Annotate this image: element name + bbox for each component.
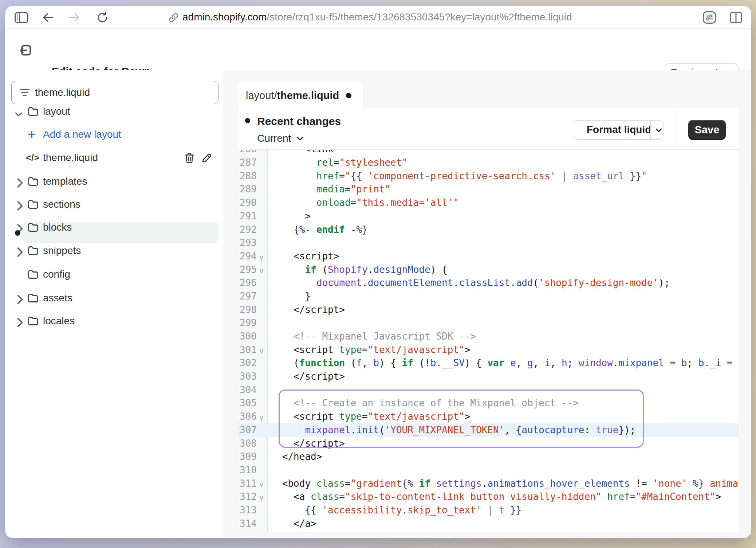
line-number: 291: [238, 210, 268, 223]
chevron-right-icon[interactable]: [16, 317, 24, 328]
sidebar-item-templates[interactable]: templates: [5, 171, 218, 192]
browser-settings-icon[interactable]: [703, 11, 716, 24]
reload-icon[interactable]: [97, 12, 109, 23]
url-path: /store/rzq1xu-f5/themes/132683530345?key…: [267, 11, 572, 23]
code-line-313[interactable]: 313 {{ 'accessibility.skip_to_text' | t …: [238, 504, 739, 517]
code-line-311[interactable]: 311∨ <body class="gradient{% if settings…: [238, 477, 739, 490]
code-line-286[interactable]: 286 <link: [238, 150, 739, 156]
code-line-287[interactable]: 287 rel="stylesheet": [238, 156, 739, 169]
code-text: <body class="gradient{% if settings.anim…: [268, 477, 739, 490]
line-number: 302: [238, 356, 268, 370]
line-number: 307: [238, 423, 268, 437]
code-line-300[interactable]: 300 <!-- Mixpanel Javascript SDK -->: [238, 330, 739, 343]
sidebar-item-theme-liquid[interactable]: </>theme.liquid: [5, 147, 218, 168]
sidebar-item-locales[interactable]: locales: [5, 310, 218, 332]
chevron-down-icon[interactable]: [15, 109, 23, 120]
folder-icon: [28, 316, 39, 326]
line-number: 288: [238, 169, 268, 183]
sidebar-item-layout[interactable]: layout: [5, 101, 218, 122]
sidebar-item-assets[interactable]: assets: [5, 287, 218, 309]
code-text: {{ 'accessibility.skip_to_text' | t }}: [268, 504, 739, 517]
fold-chevron-icon[interactable]: ∨: [257, 265, 266, 278]
folder-icon: [28, 200, 39, 209]
fold-chevron-icon[interactable]: ∨: [257, 492, 266, 505]
tab-file: theme.liquid: [277, 90, 339, 101]
line-number: 290: [238, 196, 268, 210]
item-label: layout: [43, 101, 70, 122]
tab-theme-liquid[interactable]: layout/theme.liquid: [238, 82, 363, 109]
code-line-294[interactable]: 294∨ <script>: [238, 250, 739, 263]
code-line-299[interactable]: 299: [238, 316, 739, 330]
fold-chevron-icon[interactable]: ∨: [257, 411, 266, 425]
exit-icon[interactable]: [19, 44, 32, 57]
toolbar-separator: [677, 108, 677, 150]
code-line-291[interactable]: 291 >: [238, 210, 739, 223]
code-text: </head>: [268, 450, 739, 463]
code-line-290[interactable]: 290 onload="this.media='all'": [238, 196, 739, 210]
code-line-310[interactable]: 310: [238, 463, 739, 477]
recent-changes-label: Recent changes: [257, 115, 341, 128]
code-line-302[interactable]: 302 (function (f, b) { if (!b.__SV) { va…: [238, 356, 739, 370]
code-text: <link: [268, 150, 739, 156]
format-button-divider: [650, 121, 651, 139]
code-lines: 286 <link287 rel="stylesheet"288 href="{…: [238, 150, 739, 530]
fold-chevron-icon[interactable]: ∨: [257, 345, 266, 358]
code-line-288[interactable]: 288 href="{{ 'component-predictive-searc…: [238, 169, 739, 183]
sidebar-item-blocks[interactable]: blocks: [5, 217, 218, 238]
sidebar-toggle-icon[interactable]: [15, 12, 28, 23]
save-button[interactable]: Save: [688, 120, 726, 140]
url-bar[interactable]: admin.shopify.com/store/rzq1xu-f5/themes…: [182, 6, 572, 28]
fold-chevron-icon[interactable]: ∨: [257, 251, 266, 265]
forward-icon[interactable]: [69, 12, 80, 23]
sidebar-item-sections[interactable]: sections: [5, 194, 218, 215]
code-line-295[interactable]: 295∨ if (Shopify.designMode) {: [238, 263, 739, 277]
code-line-292[interactable]: 292 {%- endif -%}: [238, 223, 739, 236]
code-line-296[interactable]: 296 document.documentElement.classList.a…: [238, 276, 739, 290]
add-layout-button[interactable]: +Add a new layout: [5, 124, 218, 145]
code-line-312[interactable]: 312∨ <a class="skip-to-content-link butt…: [238, 490, 739, 504]
code-line-289[interactable]: 289 media="print": [238, 183, 739, 196]
line-number: 294∨: [238, 250, 268, 263]
chevron-right-icon[interactable]: [16, 294, 24, 305]
version-select-label[interactable]: Current: [257, 133, 291, 144]
tab-unsaved-dot: [346, 93, 351, 98]
line-number: 286: [238, 150, 268, 156]
item-label: templates: [43, 171, 87, 192]
back-icon[interactable]: [43, 12, 54, 23]
code-line-314[interactable]: 314 </a>: [238, 517, 739, 531]
code-line-309[interactable]: 309 </head>: [238, 450, 739, 463]
plus-icon: +: [28, 124, 36, 144]
item-label: sections: [43, 194, 80, 215]
format-liquid-button[interactable]: Format liquid: [573, 120, 664, 140]
code-line-301[interactable]: 301∨ <script type="text/javascript">: [238, 343, 739, 357]
sidebar-item-snippets[interactable]: snippets: [5, 240, 218, 261]
code-line-303[interactable]: 303 </script>: [238, 370, 739, 383]
code-text: <script type="text/javascript">: [268, 343, 739, 357]
code-line-298[interactable]: 298 </script>: [238, 303, 739, 317]
line-number: 304: [238, 383, 268, 397]
folder-icon: [28, 107, 39, 116]
chevron-right-icon[interactable]: [16, 177, 24, 188]
line-number: 310: [238, 463, 268, 477]
rename-icon[interactable]: [201, 153, 212, 163]
fold-chevron-icon[interactable]: ∨: [257, 478, 266, 492]
file-sidebar: theme.liquid layout+Add a new layout</>t…: [5, 70, 224, 538]
chevron-right-icon[interactable]: [16, 247, 24, 258]
line-number: 292: [238, 223, 268, 236]
split-view-icon[interactable]: [730, 12, 742, 23]
sidebar-item-config[interactable]: config: [5, 264, 218, 285]
url-host: admin.shopify.com: [182, 11, 267, 23]
line-number: 301∨: [238, 343, 268, 357]
chevron-right-icon[interactable]: [16, 200, 24, 211]
code-line-297[interactable]: 297 }: [238, 290, 739, 303]
code-text: onload="this.media='all'": [268, 196, 739, 210]
delete-icon[interactable]: [184, 153, 194, 164]
filter-icon: [20, 88, 30, 97]
line-number: 311∨: [238, 477, 268, 490]
code-line-293[interactable]: 293: [238, 236, 739, 250]
line-number: 298: [238, 303, 268, 317]
version-chevron-down-icon[interactable]: [295, 134, 305, 143]
code-editor[interactable]: 286 <link287 rel="stylesheet"288 href="{…: [238, 150, 739, 532]
format-chevron-down-icon[interactable]: [654, 125, 664, 135]
code-text: [268, 316, 739, 330]
